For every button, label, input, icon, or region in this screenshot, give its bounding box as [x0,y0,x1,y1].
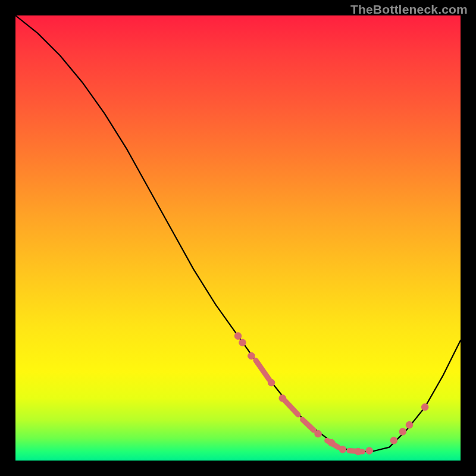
marker-dot [239,339,246,346]
marker-dot [315,430,322,437]
bottleneck-curve [15,15,461,452]
marker-dot [339,446,346,453]
marker-dash [303,419,314,430]
marker-dash [285,400,299,415]
chart-stage: TheBottleneck.com [0,0,476,476]
marker-dot [355,448,362,455]
marker-dot [406,421,413,428]
marker-dash [256,361,270,380]
marker-dot [399,428,406,436]
marker-dot [328,439,335,446]
marker-dot [421,403,428,411]
marker-dot [268,379,275,386]
watermark-text: TheBottleneck.com [350,2,468,17]
plot-overlay [15,15,461,461]
marker-dashes [256,361,363,452]
marker-dot [248,352,255,359]
marker-dot [279,395,286,402]
marker-dot [366,447,373,455]
marker-dot [234,333,242,340]
marker-dot [390,437,397,444]
